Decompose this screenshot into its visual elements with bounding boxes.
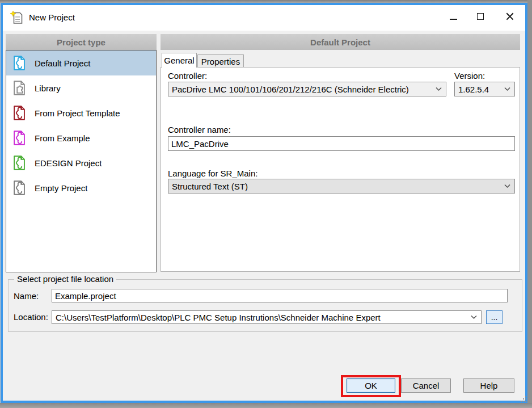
- browse-button[interactable]: ...: [486, 310, 503, 324]
- close-button[interactable]: [497, 5, 522, 28]
- list-item-default-project[interactable]: Default Project: [6, 51, 156, 75]
- project-template-icon: [11, 104, 28, 121]
- maximize-icon: [477, 13, 484, 20]
- minimize-icon: [450, 19, 457, 20]
- from-example-icon: [11, 129, 28, 146]
- list-item-label: Default Project: [35, 58, 90, 68]
- list-item-label: Library: [35, 83, 61, 93]
- name-label: Name:: [14, 291, 39, 301]
- language-label: Language for SR_Main:: [168, 169, 257, 178]
- window-title: New Project: [29, 12, 75, 22]
- ok-button[interactable]: OK: [347, 378, 395, 393]
- location-dropdown-value: C:\Users\TestPlatform\Desktop\PLC PMC Se…: [56, 313, 381, 322]
- new-project-dialog: New Project Project type Default Project…: [1, 3, 527, 403]
- controller-dropdown[interactable]: PacDrive LMC 100/101/106/201/212/216C (S…: [168, 82, 446, 96]
- list-item-label: From Example: [35, 133, 90, 143]
- tab-general[interactable]: General: [162, 53, 197, 68]
- empty-project-icon: [11, 179, 28, 196]
- screenshot-root: New Project Project type Default Project…: [0, 0, 532, 408]
- project-type-list: Default Project Library From Project Tem…: [6, 50, 157, 272]
- chevron-down-icon: [504, 184, 510, 188]
- controller-name-input[interactable]: [168, 136, 515, 151]
- file-location-group: Select project file location Name: Locat…: [8, 279, 522, 332]
- minimize-button[interactable]: [441, 5, 466, 28]
- file-location-group-label: Select project file location: [14, 274, 116, 284]
- list-item-edesign-project[interactable]: EDESIGN Project: [6, 150, 156, 175]
- tab-page-general: Controller: PacDrive LMC 100/101/106/201…: [161, 67, 520, 272]
- project-name-input[interactable]: [52, 289, 508, 302]
- controller-label: Controller:: [168, 71, 207, 81]
- list-item-label: Empty Project: [35, 183, 87, 193]
- title-bar: New Project: [3, 5, 525, 31]
- library-icon: [11, 79, 28, 96]
- window-shadow-right: [527, 0, 532, 408]
- edesign-project-icon: [11, 154, 28, 171]
- controller-name-label: Controller name:: [168, 125, 231, 134]
- window-shadow-bottom: [0, 403, 532, 408]
- version-label: Version:: [454, 71, 485, 81]
- controller-dropdown-value: PacDrive LMC 100/101/106/201/212/216C (S…: [172, 85, 409, 94]
- new-document-icon: [10, 10, 24, 25]
- location-label: Location:: [14, 312, 48, 322]
- language-dropdown[interactable]: Structured Text (ST): [168, 179, 515, 194]
- location-dropdown[interactable]: C:\Users\TestPlatform\Desktop\PLC PMC Se…: [52, 310, 482, 324]
- chevron-down-icon: [436, 87, 442, 91]
- version-dropdown-value: 1.62.5.4: [458, 85, 489, 94]
- list-item-empty-project[interactable]: Empty Project: [6, 175, 156, 200]
- resize-grip[interactable]: [521, 396, 522, 397]
- help-button[interactable]: Help: [463, 378, 514, 393]
- selected-type-header: Default Project: [161, 34, 520, 50]
- list-item-from-example[interactable]: From Example: [6, 125, 156, 150]
- chevron-down-icon: [504, 87, 510, 91]
- list-item-library[interactable]: Library: [6, 75, 156, 100]
- tab-properties[interactable]: Properties: [197, 54, 244, 68]
- cancel-button[interactable]: Cancel: [401, 378, 451, 393]
- list-item-label: EDESIGN Project: [35, 158, 102, 168]
- list-item-from-project-template[interactable]: From Project Template: [6, 100, 156, 125]
- version-dropdown[interactable]: 1.62.5.4: [454, 82, 515, 96]
- project-type-header: Project type: [6, 34, 157, 50]
- chevron-down-icon: [471, 316, 477, 319]
- language-dropdown-value: Structured Text (ST): [172, 182, 248, 191]
- default-project-icon: [11, 54, 28, 71]
- list-item-label: From Project Template: [35, 108, 120, 118]
- maximize-button[interactable]: [468, 5, 493, 28]
